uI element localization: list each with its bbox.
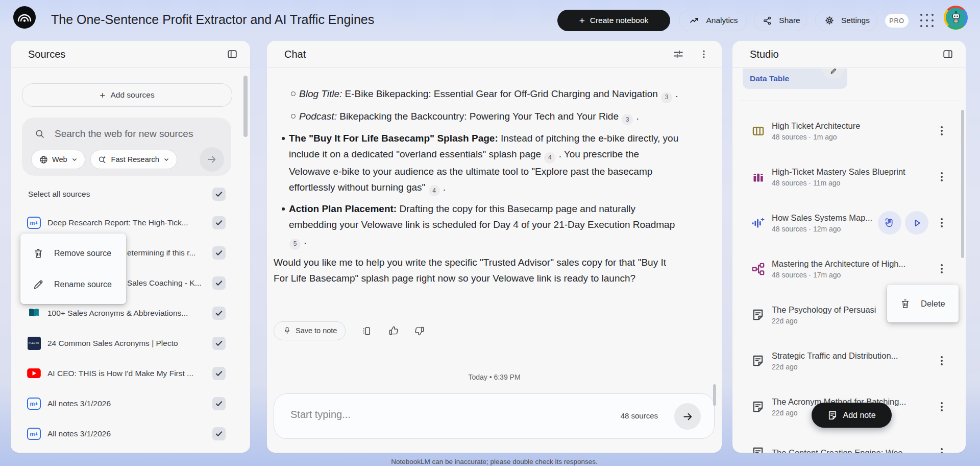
search-icon <box>33 127 46 141</box>
source-checkbox[interactable] <box>212 427 226 440</box>
rename-source-menu-item[interactable]: Rename source <box>20 269 126 300</box>
divider <box>739 101 960 101</box>
message-text: . <box>301 235 307 246</box>
assistant-message: Blog Title: E-Bike Bikepacking: Essentia… <box>274 86 680 291</box>
save-to-note-label: Save to note <box>296 327 337 335</box>
chevron-down-icon <box>71 156 78 163</box>
studio-item-more-icon[interactable] <box>937 262 947 275</box>
citation-chip[interactable]: 3 <box>622 114 633 125</box>
source-checkbox[interactable] <box>212 216 226 229</box>
trash-icon <box>898 297 912 310</box>
studio-item-more-icon[interactable] <box>937 124 947 137</box>
source-checkbox[interactable] <box>212 307 226 320</box>
thumbs-up-icon[interactable] <box>387 325 399 336</box>
search-submit-button[interactable] <box>200 147 224 172</box>
settings-label: Settings <box>841 16 870 25</box>
copy-icon[interactable] <box>361 325 372 336</box>
citation-chip[interactable]: 3 <box>661 92 672 103</box>
send-button[interactable] <box>674 403 701 430</box>
pencil-icon <box>32 278 45 291</box>
sources-scrollbar-thumb[interactable] <box>243 76 248 137</box>
studio-item-more-icon[interactable] <box>937 170 947 183</box>
chat-settings-tune-icon[interactable] <box>672 48 685 61</box>
citation-chip[interactable]: 5 <box>289 239 301 250</box>
citation-chip[interactable]: 4 <box>429 185 440 196</box>
google-apps-grid-icon[interactable] <box>920 13 934 28</box>
notebooklm-logo-icon[interactable] <box>13 6 36 29</box>
studio-scrollbar-thumb[interactable] <box>961 110 964 258</box>
studio-item-more-icon[interactable] <box>937 400 947 413</box>
interactive-mode-button[interactable] <box>878 211 901 235</box>
collapse-panel-icon[interactable] <box>226 48 239 61</box>
studio-item-title: Strategic Traffic and Distribution... <box>772 351 930 361</box>
web-filter-dropdown[interactable]: Web <box>31 150 85 169</box>
delete-label: Delete <box>921 299 945 309</box>
source-context-menu: Remove source Rename source <box>20 234 126 304</box>
add-sources-button[interactable]: + Add sources <box>22 83 232 107</box>
source-title: 24 Common Sales Acronyms | Plecto <box>47 339 206 348</box>
add-note-button[interactable]: Add note <box>812 403 892 428</box>
add-note-label: Add note <box>843 411 875 420</box>
chat-text-input[interactable] <box>289 408 577 421</box>
play-button[interactable] <box>905 211 928 235</box>
search-input[interactable] <box>54 128 223 140</box>
message-text: Podcast: <box>299 111 337 122</box>
studio-item-row[interactable]: High-Ticket Mastery Sales Blueprint48 so… <box>732 154 966 200</box>
studio-item-more-icon[interactable] <box>937 354 947 367</box>
analytics-button[interactable]: Analytics <box>679 10 747 31</box>
source-row[interactable]: m+All notes 3/1/2026 <box>11 418 250 449</box>
source-checkbox[interactable] <box>212 337 226 350</box>
plecto-source-icon: PLECTO <box>27 336 41 350</box>
book-source-icon <box>27 306 41 320</box>
message-text: . <box>633 111 639 122</box>
audio-actions <box>878 211 928 235</box>
source-checkbox[interactable] <box>212 246 226 260</box>
studio-item-text: How Sales Systems Map...48 sources · 12m… <box>772 213 872 233</box>
studio-item-meta: 48 sources · 1m ago <box>772 133 930 141</box>
studio-item-row[interactable]: High Ticket Architecture48 sources · 1m … <box>732 108 966 154</box>
source-checkbox[interactable] <box>212 397 226 410</box>
globe-icon <box>38 153 48 166</box>
message-actions: Save to note <box>274 321 425 340</box>
message-bullet: Blog Title: E-Bike Bikepacking: Essentia… <box>274 86 680 103</box>
create-notebook-button[interactable]: + Create notebook <box>557 10 670 31</box>
collapse-panel-icon[interactable] <box>941 48 954 61</box>
source-row[interactable]: m+All notes 3/1/2026 <box>11 388 250 418</box>
settings-button[interactable]: Settings <box>815 10 877 31</box>
citation-chip[interactable]: 4 <box>544 152 555 164</box>
message-text: . <box>440 182 446 193</box>
share-icon <box>761 14 774 27</box>
thumbs-down-icon[interactable] <box>414 325 425 336</box>
source-title: etermining if this r... <box>127 248 206 258</box>
top-bar: The One-Sentence Profit Extractor and AI… <box>0 0 980 41</box>
data-table-chip-label: Data Table <box>750 74 789 83</box>
source-row[interactable]: PLECTO24 Common Sales Acronyms | Plecto <box>11 328 250 358</box>
chat-more-options-icon[interactable] <box>697 48 710 61</box>
source-checkbox[interactable] <box>212 276 226 290</box>
source-row[interactable]: AI CEO: THIS is How I'd Make My First ..… <box>11 358 250 388</box>
studio-item-row[interactable]: The Content Creation Engine: Wee... <box>732 430 966 453</box>
save-to-note-button[interactable]: Save to note <box>274 321 346 340</box>
add-sources-label: Add sources <box>110 90 154 100</box>
search-filters: Web Fast Research <box>31 149 224 170</box>
avatar[interactable] <box>944 6 968 30</box>
studio-delete-menu-item[interactable]: Delete <box>887 285 959 322</box>
studio-item-more-icon[interactable] <box>937 446 947 453</box>
source-checkbox[interactable] <box>212 367 226 380</box>
remove-source-menu-item[interactable]: Remove source <box>20 238 126 269</box>
studio-item-row[interactable]: How Sales Systems Map...48 sources · 12m… <box>732 200 966 246</box>
studio-item-meta: 48 sources · 11m ago <box>772 179 930 187</box>
message-bullet: Podcast: Bikepacking the Backcountry: Po… <box>274 108 680 126</box>
research-mode-dropdown[interactable]: Fast Research <box>90 150 177 169</box>
studio-item-row[interactable]: Strategic Traffic and Distribution...22d… <box>732 338 966 384</box>
share-button[interactable]: Share <box>754 10 807 31</box>
studio-item-title: How Sales Systems Map... <box>772 213 872 223</box>
notebook-title[interactable]: The One-Sentence Profit Extractor and AI… <box>51 12 374 27</box>
select-all-checkbox[interactable] <box>212 188 226 201</box>
message-text: Bikepacking the Backcountry: Powering Yo… <box>337 111 621 122</box>
studio-item-text: The Content Creation Engine: Wee... <box>772 448 930 453</box>
studio-item-more-icon[interactable] <box>937 216 947 229</box>
source-title: Sales Coaching - K... <box>127 278 206 288</box>
select-all-label: Select all sources <box>28 190 90 199</box>
chat-scrollbar-thumb[interactable] <box>713 384 716 406</box>
